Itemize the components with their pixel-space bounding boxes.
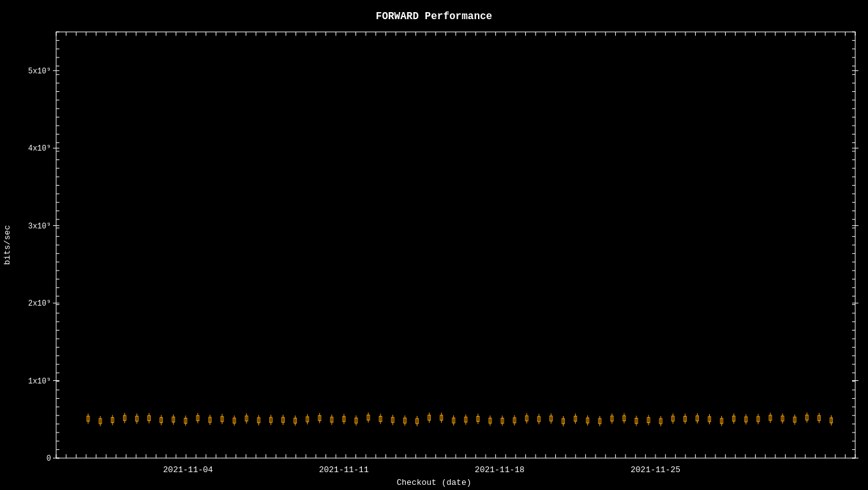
- chart-container: [0, 0, 868, 490]
